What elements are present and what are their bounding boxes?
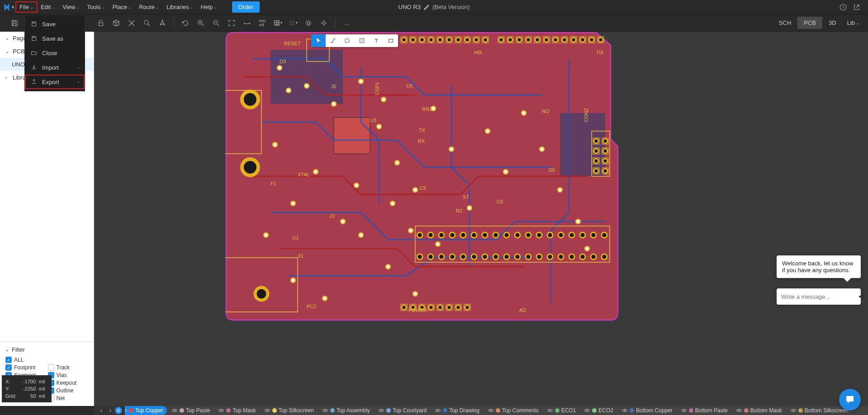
search-icon[interactable]: [142, 19, 152, 28]
menu-route[interactable]: Route⌄: [135, 2, 163, 12]
filter-keepout[interactable]: ✓Keepout: [48, 380, 89, 386]
layer-eco1[interactable]: ECO1: [543, 406, 580, 415]
layer-bottom-mask[interactable]: Bottom Mask: [732, 406, 786, 415]
pcb-board: RESET D3 XTAL H0I T0I POWER AD X1 F1 C5 …: [225, 32, 619, 321]
menu-item-close[interactable]: Close: [25, 46, 85, 60]
svg-point-212: [683, 410, 685, 411]
tool-polygon-icon[interactable]: [340, 34, 355, 47]
layer-bottom-paste[interactable]: Bottom Paste: [677, 406, 731, 415]
chat-text-input[interactable]: [781, 293, 857, 300]
order-button[interactable]: Order: [232, 1, 260, 13]
filter-track[interactable]: Track: [48, 364, 89, 371]
nav-prev-icon[interactable]: ‹: [97, 406, 106, 415]
layer-top-comments[interactable]: Top Comments: [484, 406, 542, 415]
app-logo[interactable]: ▾: [3, 3, 14, 11]
svg-point-15: [323, 22, 325, 24]
menu-place[interactable]: Place⌄: [109, 2, 136, 12]
svg-point-136: [242, 91, 258, 108]
view-tab-sch[interactable]: SCH: [773, 17, 797, 29]
svg-rect-200: [389, 39, 393, 42]
zoom-out-icon[interactable]: [212, 19, 221, 28]
nav-next-icon[interactable]: ›: [106, 406, 115, 415]
svg-point-210: [587, 410, 588, 411]
fullscreen-icon[interactable]: [227, 19, 236, 28]
view-tab-3d[interactable]: 3D: [822, 17, 843, 29]
more-icon[interactable]: …: [342, 19, 351, 28]
menu-item-import[interactable]: Import›: [25, 60, 85, 75]
filter-header[interactable]: ⌄Filter: [5, 346, 88, 353]
svg-point-121: [450, 254, 455, 259]
ruler-icon[interactable]: [242, 19, 251, 28]
tool-hatch-icon[interactable]: [355, 34, 369, 47]
svg-text:U3: U3: [370, 118, 376, 123]
brightness-icon[interactable]: [319, 19, 328, 28]
filter-net[interactable]: Net: [48, 395, 89, 401]
filter-outline[interactable]: ✓Outline: [48, 387, 89, 394]
svg-point-163: [291, 278, 295, 283]
svg-text:XT: XT: [463, 194, 469, 200]
svg-point-45: [499, 38, 503, 42]
tool-route-icon[interactable]: [326, 34, 340, 47]
svg-point-115: [580, 232, 585, 238]
zoom-in-icon[interactable]: [196, 19, 205, 28]
layer-top-mask[interactable]: Top Mask: [214, 406, 259, 415]
svg-text:CONZ: CONZ: [583, 108, 589, 122]
layer-eco2[interactable]: ECO2: [580, 406, 617, 415]
pencil-icon[interactable]: [423, 4, 430, 10]
svg-point-112: [547, 232, 553, 238]
navigate-icon[interactable]: [158, 19, 167, 28]
svg-point-25: [402, 38, 406, 42]
view-tab-lib[interactable]: Lib⌄: [843, 17, 864, 29]
sun-icon[interactable]: [304, 19, 313, 28]
view-tab-pcb[interactable]: PCB: [797, 17, 822, 29]
menu-edit[interactable]: Edit⌄: [37, 2, 59, 12]
layer-top-drawing[interactable]: Top Drawing: [431, 406, 483, 415]
nav-menu-icon[interactable]: [115, 407, 122, 414]
layer-bottom-copper[interactable]: Bottom Copper: [618, 406, 676, 415]
tool-cursor-icon[interactable]: [311, 34, 326, 47]
grid-style-icon[interactable]: ▾: [273, 19, 282, 28]
menu-view[interactable]: View⌄: [59, 2, 83, 12]
filter-vias[interactable]: ✓Vias: [48, 372, 89, 378]
layer-top-courtyard[interactable]: Top Courtyard: [375, 406, 430, 415]
svg-point-39: [465, 38, 470, 42]
lock-icon[interactable]: [96, 19, 105, 28]
svg-point-204: [266, 410, 268, 411]
chat-fab-icon[interactable]: [839, 389, 861, 410]
help-icon[interactable]: ?: [839, 3, 847, 11]
menu-item-save-as[interactable]: Save as: [25, 31, 85, 46]
units-icon[interactable]: mmmil: [258, 19, 267, 28]
grid-dots-icon[interactable]: ▾: [289, 19, 298, 28]
svg-point-134: [591, 254, 596, 259]
layer-top-paste[interactable]: Top Paste: [168, 406, 213, 415]
svg-point-12: [292, 24, 293, 25]
menu-item-export[interactable]: Export›: [25, 75, 85, 89]
external-link-icon[interactable]: [853, 3, 861, 11]
cube-icon[interactable]: [112, 19, 121, 28]
refresh-icon[interactable]: [181, 19, 190, 28]
svg-text:RN2: RN2: [422, 106, 432, 112]
layer-top-silkscreen[interactable]: Top Silkscreen: [261, 406, 318, 415]
svg-point-158: [291, 201, 295, 206]
eye-icon: [547, 407, 553, 414]
menu-item-save[interactable]: Save: [25, 17, 85, 31]
layer-top-assembly[interactable]: Top Assembly: [318, 406, 374, 415]
checkbox-icon: ✓: [5, 364, 12, 371]
pcb-canvas[interactable]: RESET D3 XTAL H0I T0I POWER AD X1 F1 C5 …: [94, 32, 868, 406]
svg-rect-17: [560, 113, 605, 176]
svg-point-168: [408, 228, 413, 233]
svg-point-170: [381, 97, 386, 102]
menu-help[interactable]: Help⌄: [197, 2, 221, 12]
menu-file[interactable]: File⌄: [16, 2, 37, 12]
filter-all[interactable]: ✓ALL: [5, 357, 46, 363]
menu-libraries[interactable]: Libraries⌄: [163, 2, 197, 12]
menu-bar: ▾ File⌄Edit⌄View⌄Tools⌄Place⌄Route⌄Libra…: [0, 0, 868, 14]
filter-footprint[interactable]: ✓Footprint: [5, 364, 46, 371]
save-icon[interactable]: [10, 19, 19, 28]
crosshair-icon[interactable]: [127, 19, 136, 28]
svg-point-171: [354, 183, 359, 188]
tool-text-icon[interactable]: T: [369, 34, 384, 47]
menu-tools[interactable]: Tools⌄: [83, 2, 109, 12]
tool-rect-icon[interactable]: [384, 34, 398, 47]
send-icon[interactable]: [857, 290, 866, 303]
